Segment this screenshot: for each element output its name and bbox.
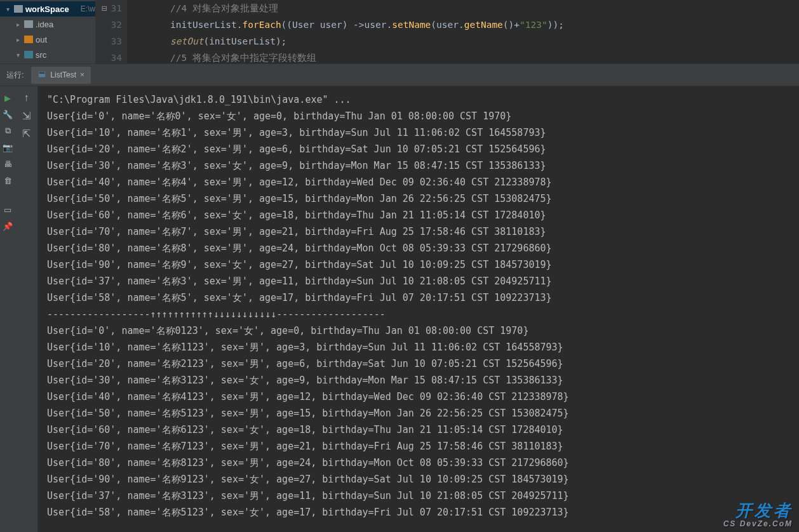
layout-icon[interactable]: ⧉ <box>3 126 13 136</box>
run-tab-bar: 运行: ListTest × <box>0 63 799 86</box>
structure-icon[interactable]: ▭ <box>3 204 13 215</box>
folder-icon <box>24 51 33 58</box>
run-icon[interactable]: ▶ <box>3 93 13 103</box>
console-output[interactable]: "C:\Program Files\Java\jdk1.8.0_191\bin\… <box>38 86 799 532</box>
camera-icon[interactable]: 📷 <box>3 142 13 152</box>
project-name: workSpace <box>25 4 76 14</box>
editor[interactable]: ⊟31323334 //4 对集合对象批量处理initUserList.forE… <box>95 0 799 63</box>
expand-arrow-icon[interactable]: ▸ <box>14 36 22 43</box>
run-tab-label: ListTest <box>50 70 76 79</box>
code-line[interactable]: initUserList.forEach((User user) ->user.… <box>170 17 799 33</box>
folder-icon <box>24 36 33 43</box>
tree-item-label: .idea <box>36 20 95 29</box>
project-path: E:\w <box>81 4 95 13</box>
folder-icon <box>14 5 23 13</box>
wrench-icon[interactable]: 🔧 <box>3 109 13 119</box>
run-icon <box>37 70 46 81</box>
code-line[interactable]: //4 对集合对象批量处理 <box>170 0 799 17</box>
collapse-icon[interactable]: ⇲ <box>21 110 32 121</box>
close-icon[interactable]: × <box>80 70 84 79</box>
svg-rect-1 <box>39 72 45 74</box>
expand-arrow-icon[interactable]: ▸ <box>14 20 22 28</box>
project-tree-item[interactable]: ▸.idea <box>0 17 95 32</box>
pin-icon[interactable]: 📌 <box>3 221 13 231</box>
run-tool-label: 运行: <box>4 70 26 81</box>
print-icon[interactable]: 🖶 <box>3 159 13 169</box>
editor-gutter[interactable]: ⊟31323334 <box>95 0 127 63</box>
trash-icon[interactable]: 🗑 <box>3 175 13 185</box>
console-actions-strip: ↑ ⇲ ⇱ <box>15 86 38 532</box>
run-actions-strip: ▶ 🔧 ⧉ 📷 🖶 🗑 ▭ 📌 <box>0 86 15 532</box>
top-area: ▾ workSpace E:\w ▸.idea▸out▾src ⊟3132333… <box>0 0 799 63</box>
expand-arrow-icon[interactable]: ▾ <box>4 5 11 13</box>
expand-arrow-icon[interactable]: ▾ <box>14 51 22 58</box>
run-tool-window: ▶ 🔧 ⧉ 📷 🖶 🗑 ▭ 📌 ↑ ⇲ ⇱ "C:\Program Files\… <box>0 86 799 532</box>
gutter-line-number[interactable]: 33 <box>99 33 122 50</box>
project-tree-item[interactable]: ▾src <box>0 47 95 62</box>
gutter-line-number[interactable]: 32 <box>99 17 122 33</box>
editor-code[interactable]: //4 对集合对象批量处理initUserList.forEach((User … <box>127 0 799 63</box>
tree-item-label: out <box>36 35 95 44</box>
expand-icon[interactable]: ⇱ <box>21 128 32 138</box>
run-config-tab[interactable]: ListTest × <box>31 67 91 84</box>
code-line[interactable]: setOut(initUserList); <box>170 33 799 50</box>
folder-icon <box>24 20 33 28</box>
up-arrow-icon[interactable]: ↑ <box>21 93 32 103</box>
project-tree-item[interactable]: ▸out <box>0 32 95 47</box>
tree-item-label: src <box>36 50 95 60</box>
project-tree-root[interactable]: ▾ workSpace E:\w <box>0 1 95 17</box>
gutter-line-number[interactable]: ⊟31 <box>99 0 122 17</box>
project-tree[interactable]: ▾ workSpace E:\w ▸.idea▸out▾src <box>0 0 95 63</box>
